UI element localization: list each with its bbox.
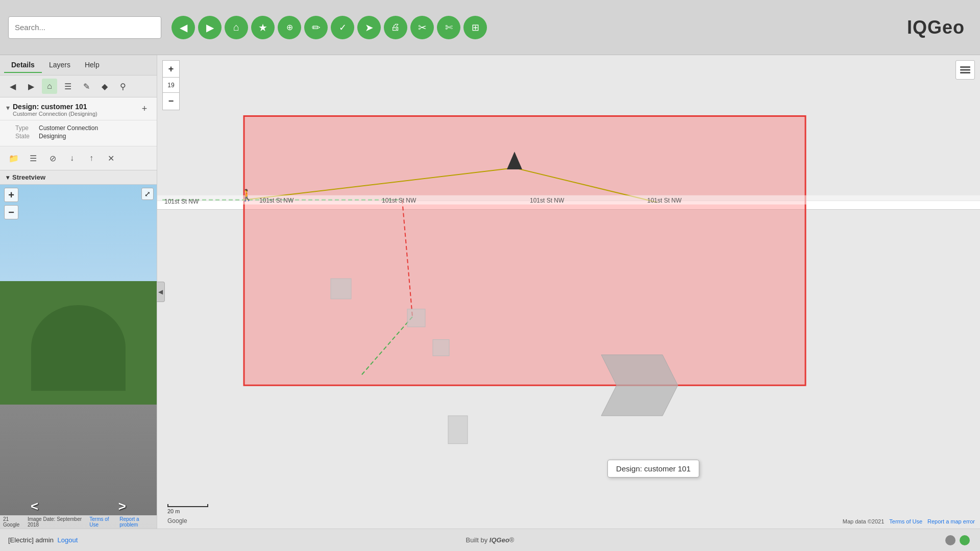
status-icons: [945, 535, 970, 545]
scale-label: 20 m: [167, 508, 180, 514]
move-up-button[interactable]: ↑: [84, 151, 99, 166]
print-button[interactable]: 🖨: [384, 16, 407, 39]
map-svg-overlay: [157, 55, 980, 529]
app-logo: IQGeo: [907, 17, 965, 38]
streetview-report-link[interactable]: Report a problem: [119, 516, 154, 528]
panel-tabs: Details Layers Help: [0, 55, 157, 76]
built-iqgeo-label: IQGeo: [489, 536, 509, 544]
panel-list-button[interactable]: ☰: [60, 79, 76, 94]
road-label-2: 101st St NW: [259, 197, 293, 204]
sky: [0, 185, 157, 295]
action-buttons: 📁 ☰ ⊘ ↓ ↑ ✕: [0, 146, 157, 170]
design-region: [244, 116, 805, 385]
grid-button[interactable]: ⊞: [463, 16, 487, 39]
list-view-button[interactable]: ☰: [26, 151, 41, 166]
map-data-text: Map data ©2021: [843, 518, 885, 524]
streetview-label-text: Streetview: [12, 173, 45, 181]
location-button[interactable]: ➤: [357, 16, 381, 39]
map-data-attribution: Map data ©2021 Terms of Use Report a map…: [843, 518, 975, 524]
streetview-header: ▾ Streetview: [0, 170, 157, 185]
streetview-zoom-out[interactable]: −: [4, 205, 18, 219]
terms-of-use-link[interactable]: Terms of Use: [889, 518, 922, 524]
zoom-out-button[interactable]: −: [162, 93, 180, 110]
design-add-button[interactable]: +: [138, 103, 151, 115]
panel-diamond-button[interactable]: ◆: [97, 79, 112, 94]
panel-forward-button[interactable]: ▶: [23, 79, 39, 94]
scale-bar: 20 m: [167, 504, 208, 514]
map-area[interactable]: 101st St NW 101st St NW 101st St NW 101s…: [157, 55, 980, 529]
left-panel: Details Layers Help ◀ ▶ ⌂ ☰ ✎ ◆ ⚲ ▾ Desi…: [0, 55, 157, 529]
zoom-in-button[interactable]: +: [162, 60, 180, 78]
type-value: Customer Connection: [39, 124, 98, 132]
panel-collapse-button[interactable]: ◀: [157, 282, 165, 302]
toolbar-icons: ◀ ▶ ⌂ ★ ⊕ ✏ ✓ ➤ 🖨 ✂ ✄ ⊞: [172, 16, 487, 39]
design-title: Design: customer 101: [13, 103, 97, 111]
report-error-link[interactable]: Report a map error: [927, 518, 975, 524]
square-marker-3: [433, 340, 449, 356]
search-input[interactable]: [8, 16, 161, 39]
streetview-google-text: 21 Google: [3, 516, 23, 528]
home-button[interactable]: ⌂: [225, 16, 248, 39]
status-prefix: [Electric] admin: [8, 536, 54, 544]
panel-toolbar: ◀ ▶ ⌂ ☰ ✎ ◆ ⚲: [0, 76, 157, 97]
design-header: ▾ Design: customer 101 Customer Connecti…: [0, 97, 157, 120]
road-label-5: 101st St NW: [647, 197, 681, 204]
panel-search-button[interactable]: ⚲: [115, 79, 131, 94]
road-label-1: 101st St NW: [164, 198, 199, 205]
logout-link[interactable]: Logout: [58, 536, 78, 544]
tab-details[interactable]: Details: [4, 58, 42, 73]
streetview-zoom-in[interactable]: +: [4, 188, 18, 202]
streetview-image-date: Image Date: September 2018: [28, 516, 85, 528]
square-marker-4: [448, 416, 468, 444]
streetview-next[interactable]: >: [118, 498, 126, 514]
streetview-section: ▾ Streetview + − ⤢ < > 21 Google Image D…: [0, 170, 157, 529]
top-bar: ◀ ▶ ⌂ ★ ⊕ ✏ ✓ ➤ 🖨 ✂ ✄ ⊞ IQGeo: [0, 0, 980, 55]
status-icon-green: [960, 535, 970, 545]
folder-button[interactable]: 📁: [6, 151, 21, 166]
link-button[interactable]: ⊕: [278, 16, 301, 39]
streetview-collapse-arrow[interactable]: ▾: [6, 174, 9, 181]
scissors-button[interactable]: ✄: [437, 16, 460, 39]
type-label: Type: [15, 124, 36, 132]
tab-layers[interactable]: Layers: [42, 58, 78, 73]
state-label: State: [15, 133, 36, 140]
square-marker-2: [407, 309, 425, 327]
check-button[interactable]: ✓: [331, 16, 354, 39]
design-properties: Type Customer Connection State Designing: [0, 120, 157, 146]
streetview-person-marker[interactable]: 🚶: [240, 189, 254, 202]
streetview-image[interactable]: + − ⤢ < > 21 Google Image Date: Septembe…: [0, 185, 157, 529]
close-button[interactable]: ✕: [103, 151, 118, 166]
streetview-terms-link[interactable]: Terms of Use: [89, 516, 115, 528]
scale-line: [167, 504, 208, 507]
move-down-button[interactable]: ↓: [64, 151, 80, 166]
svg-rect-0: [960, 66, 970, 68]
status-icon-grey: [945, 535, 955, 545]
built-by-text: Built by IQGeo®: [466, 536, 514, 544]
forward-button[interactable]: ▶: [198, 16, 222, 39]
layers-icon: [960, 64, 971, 76]
streetview-prev[interactable]: <: [31, 498, 38, 514]
tab-help[interactable]: Help: [78, 58, 107, 73]
map-layer-button[interactable]: [955, 60, 975, 80]
zoom-level: 19: [162, 78, 180, 93]
panel-edit-button[interactable]: ✎: [79, 79, 94, 94]
block-button[interactable]: ⊘: [45, 151, 60, 166]
svg-rect-2: [960, 72, 970, 73]
design-tooltip: Design: customer 101: [607, 460, 699, 478]
cut-button[interactable]: ✂: [410, 16, 434, 39]
built-by-label: Built by: [466, 536, 488, 544]
panel-back-button[interactable]: ◀: [5, 79, 20, 94]
bottom-bar: [Electric] admin Logout Built by IQGeo®: [0, 529, 980, 551]
svg-rect-1: [960, 69, 970, 71]
street-surface: [0, 398, 157, 529]
google-attribution: Google: [167, 517, 187, 524]
road-label-4: 101st St NW: [530, 197, 564, 204]
edit-pencil-button[interactable]: ✏: [304, 16, 328, 39]
back-button[interactable]: ◀: [172, 16, 195, 39]
design-collapse-arrow[interactable]: ▾: [6, 104, 10, 112]
panel-home-button[interactable]: ⌂: [42, 79, 57, 94]
bookmark-button[interactable]: ★: [251, 16, 275, 39]
status-text: [Electric] admin Logout: [8, 536, 78, 544]
streetview-expand[interactable]: ⤢: [141, 188, 154, 200]
square-marker-1: [331, 279, 351, 299]
